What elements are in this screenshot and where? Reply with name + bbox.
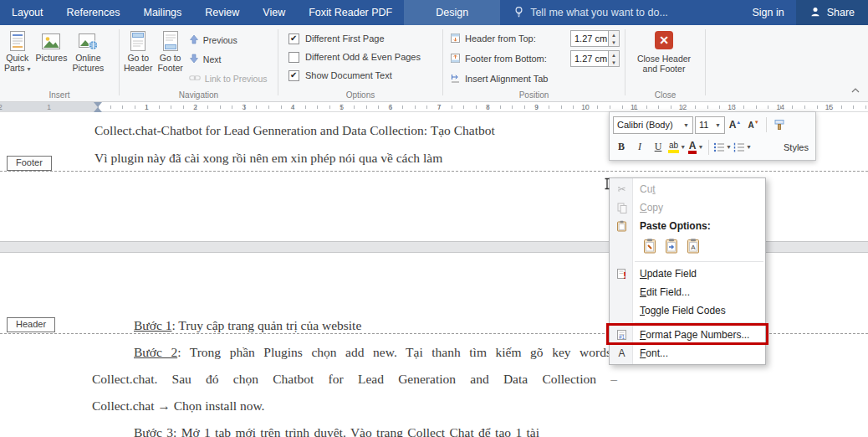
copy-icon: [614, 203, 630, 213]
group-label-insert: Insert: [0, 90, 119, 100]
text-cursor: [604, 177, 610, 193]
checkbox-icon[interactable]: [288, 70, 299, 81]
chevron-down-icon: ▼: [680, 144, 686, 150]
grow-font-button[interactable]: A▲: [727, 116, 743, 133]
footer-from-bottom-input[interactable]: 1.27 cm: [570, 50, 609, 67]
header-from-top-spinner[interactable]: ▲▼: [609, 30, 620, 47]
menu-item-cut[interactable]: ✂ Cut: [610, 180, 765, 198]
format-page-numbers-icon: #1: [614, 329, 630, 341]
numbering-button[interactable]: ▼: [733, 139, 752, 156]
footer-from-bottom-label: Footer from Bottom:: [465, 54, 547, 64]
online-pictures-icon: [77, 29, 99, 53]
svg-text:!: !: [623, 270, 626, 280]
bullets-icon: [713, 142, 725, 152]
doc-line-collect2[interactable]: Collect.chat → Chọn install now.: [92, 398, 265, 414]
footer-tag: Footer: [7, 156, 52, 171]
insert-alignment-tab-button[interactable]: Insert Alignment Tab: [450, 69, 620, 89]
underline-button[interactable]: U: [650, 139, 666, 156]
tab-mailings[interactable]: Mailings: [131, 0, 193, 25]
doc-line-step2[interactable]: Bước 2: Trong phần Plugins chọn add new.…: [134, 344, 611, 361]
ribbon-tab-bar: Layout References Mailings Review View F…: [0, 0, 868, 25]
menu-item-toggle-field-codes[interactable]: Toggle Field Codes: [610, 301, 765, 320]
menu-item-update-field[interactable]: ! Update Field: [610, 265, 765, 283]
spin-down-icon[interactable]: ▼: [609, 59, 619, 66]
checkbox-icon[interactable]: [288, 33, 299, 44]
menu-item-edit-field[interactable]: Edit Field...: [610, 283, 765, 301]
close-header-footer-button[interactable]: ✕ Close Headerand Footer: [625, 25, 702, 74]
arrow-down-icon: ▼: [754, 120, 759, 125]
sign-in-button[interactable]: Sign in: [740, 0, 795, 25]
format-painter-button[interactable]: [771, 116, 788, 133]
highlight-color-button[interactable]: ab▼: [668, 139, 686, 156]
doc-line-title[interactable]: Collect.chat-Chatbot for Lead Genneratio…: [94, 122, 495, 139]
show-document-text-checkbox[interactable]: Show Document Text: [288, 66, 442, 85]
tab-view[interactable]: View: [251, 0, 297, 25]
share-button[interactable]: Share: [796, 0, 868, 25]
menu-item-paste-options: Paste Options:: [610, 217, 765, 235]
font-size-dropdown[interactable]: 11▼: [695, 116, 725, 134]
doc-line-step3[interactable]: Bước 3: Mở 1 tab mới trên trình duyệt. V…: [134, 424, 539, 437]
online-pictures-button[interactable]: OnlinePictures: [69, 28, 106, 75]
ruler-number: 10: [581, 102, 589, 112]
menu-item-copy[interactable]: Copy: [610, 198, 765, 217]
tab-layout[interactable]: Layout: [0, 0, 55, 25]
link-to-previous-button[interactable]: Link to Previous: [186, 69, 271, 87]
doc-line-collect1[interactable]: Collect.chat. Sau đó chọn Chatbot for Le…: [92, 371, 617, 388]
tab-design-active[interactable]: Design: [404, 0, 500, 25]
toolbar-divider: [766, 117, 767, 132]
doc-line-intro[interactable]: Vì plugin này đã cài xong rồi nên em xin…: [94, 150, 442, 167]
go-to-footer-button[interactable]: Go toFooter: [155, 28, 185, 87]
numbering-icon: [733, 142, 745, 152]
doc-line-step1[interactable]: Bước 1: Truy cập trang quản trị của webs…: [134, 317, 361, 334]
tab-references[interactable]: References: [55, 0, 132, 25]
footer-from-bottom-spinner[interactable]: ▲▼: [609, 50, 620, 67]
lightbulb-icon: [513, 6, 524, 20]
pictures-button[interactable]: Pictures: [33, 28, 69, 75]
bullets-button[interactable]: ▼: [713, 139, 732, 156]
italic-button[interactable]: I: [631, 139, 648, 156]
tell-me-box[interactable]: Tell me what you want to do...: [513, 0, 668, 25]
chevron-down-icon: ▼: [683, 122, 689, 128]
link-icon: [189, 74, 201, 84]
font-color-button[interactable]: A▼: [687, 139, 704, 156]
different-first-page-checkbox[interactable]: Different First Page: [288, 29, 442, 48]
previous-button[interactable]: Previous: [186, 31, 271, 49]
shrink-font-button[interactable]: A▼: [745, 116, 762, 133]
tab-foxit-reader-pdf[interactable]: Foxit Reader PDF: [297, 0, 404, 25]
paste-keep-source-formatting-button[interactable]: [641, 238, 658, 257]
collapse-ribbon-icon[interactable]: [851, 81, 860, 96]
menu-item-font[interactable]: A Font...: [610, 344, 765, 362]
font-name-dropdown[interactable]: Calibri (Body)▼: [613, 116, 693, 134]
go-to-header-button[interactable]: Go toHeader: [121, 28, 155, 87]
chevron-down-icon: ▼: [746, 144, 752, 150]
ruler-number: 7: [437, 102, 442, 112]
ruler-number: 15: [825, 102, 833, 112]
paste-keep-text-only-button[interactable]: A: [685, 238, 702, 257]
ruler-number: 4: [291, 102, 295, 112]
spin-down-icon[interactable]: ▼: [609, 39, 619, 46]
previous-icon: [189, 34, 199, 46]
next-button[interactable]: Next: [186, 50, 271, 68]
ribbon-group-options: Different First Page Different Odd & Eve…: [278, 25, 442, 101]
chevron-down-icon: ▼: [715, 122, 721, 128]
ribbon-group-navigation: Go toHeader Go toFooter Previous Nex: [120, 25, 278, 101]
spin-up-icon[interactable]: ▲: [609, 51, 619, 59]
styles-button[interactable]: Styles: [784, 142, 812, 152]
go-to-footer-icon: [161, 29, 181, 53]
header-from-top-input[interactable]: 1.27 cm: [570, 30, 609, 47]
tab-review[interactable]: Review: [193, 0, 251, 25]
menu-item-format-page-numbers[interactable]: #1 Format Page Numbers...: [610, 326, 765, 344]
word-window: Layout References Mailings Review View F…: [0, 0, 868, 437]
paste-merge-formatting-button[interactable]: [663, 238, 680, 257]
insert-alignment-tab-icon: [450, 73, 461, 85]
ruler-number: 1: [145, 102, 149, 112]
checkbox-icon[interactable]: [288, 52, 299, 63]
spin-up-icon[interactable]: ▲: [609, 31, 619, 39]
ribbon-group-close: ✕ Close Headerand Footer Close: [625, 25, 705, 101]
bold-button[interactable]: B: [613, 139, 630, 156]
footer-boundary-line: [0, 171, 868, 172]
different-odd-even-checkbox[interactable]: Different Odd & Even Pages: [288, 48, 442, 66]
ribbon: QuickParts ▾ Pictures OnlinePictures Ins…: [0, 25, 868, 102]
go-to-header-icon: [128, 29, 148, 53]
quick-parts-button[interactable]: QuickParts ▾: [2, 28, 33, 75]
